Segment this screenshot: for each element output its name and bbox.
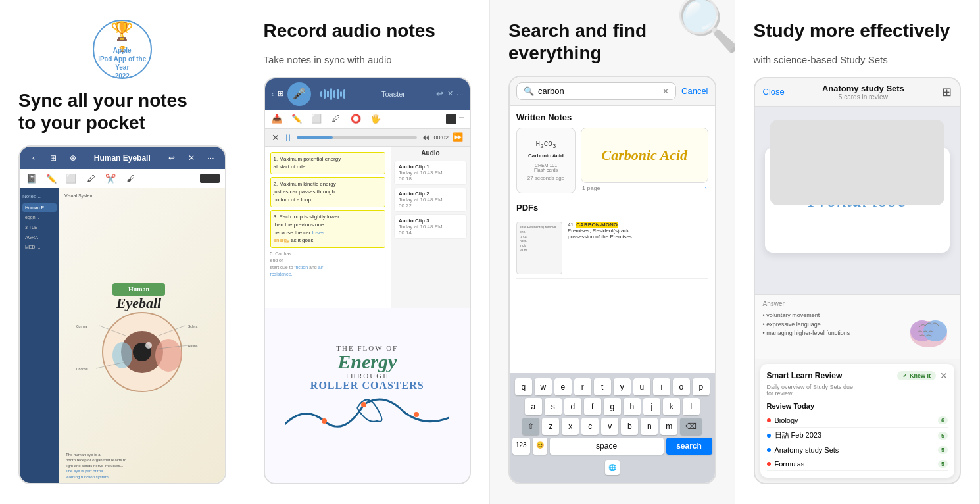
sidebar-item-4[interactable]: MEDI... [22,243,57,251]
key-z[interactable]: z [542,418,559,435]
key-x[interactable]: x [562,418,579,435]
undo-btn[interactable]: ↩ [436,89,443,99]
pen-icon: ✏️ [45,172,58,185]
review-item-formulas[interactable]: Formulas 5 [767,457,948,471]
key-y[interactable]: y [614,378,631,395]
key-d[interactable]: d [564,398,581,415]
key-i[interactable]: i [653,378,670,395]
notes-area: 1. Maximum potential energyat start of r… [265,147,391,309]
speed-btn[interactable]: ⏩ [453,132,463,142]
search-results: Written Notes H2CO3 Carbonic Acid CHEM 1… [510,106,715,373]
key-backspace[interactable]: ⌫ [680,418,702,435]
audio-waveform [315,88,351,100]
audio-clip-3[interactable]: Audio Clip 3 Today at 10:48 PM 00:14 [394,214,467,239]
key-h[interactable]: h [624,398,641,415]
phone-mockup-1: ‹ ⊞ ⊕ Human Eyeball ↩ ✕ ··· 📓 ✏️ ⬜ 🖊 ✂️ … [18,145,226,484]
nb-sidebar: Noteb... Human E... eggn... 3 TLE AGRA M… [20,188,59,483]
biology-dot [767,418,771,422]
sidebar-item-3[interactable]: AGRA [22,233,57,241]
key-k[interactable]: k [663,398,680,415]
chem-note-card[interactable]: H2CO3 Carbonic Acid CHEM 101Flash cards … [516,128,576,193]
key-w[interactable]: w [535,378,552,395]
carbonic-acid-card[interactable]: Carbonic Acid 1 page › [581,128,708,193]
review-item-japanese[interactable]: 日語 Feb 2023 5 [767,428,948,443]
progress-bar[interactable] [297,136,418,139]
key-search[interactable]: search [666,438,712,455]
eyeball-description: The human eye is a photo receptor organ … [66,452,218,480]
chem-note-name: CHEM 101Flash cards [534,163,558,172]
play-pause-btn[interactable]: ⏸ [283,132,293,143]
pdf-thumbnail: shall Resident(s) remove one. ty ca ncer… [516,222,562,274]
panel4-heading: Study more effectively [754,20,962,42]
anatomy-count: 5 [938,446,948,454]
biology-label: Biology [775,416,798,424]
rewind-btn[interactable]: ⏮ [421,132,429,142]
answer-label: Answer [763,300,952,307]
nb-toolbar: ‹ ⊞ ⊕ Human Eyeball ↩ ✕ ··· [20,147,225,169]
formulas-dot [767,462,771,466]
key-v[interactable]: v [601,418,618,435]
close-btn[interactable]: ✕ [447,89,453,98]
smart-review-header: Smart Learn Review ✓ Knew It ✕ [767,370,948,381]
roller-coasters-text: ROLLER COASTERS [285,380,449,391]
time-display: 00:02 [433,134,449,141]
energy-through: THROUGH [285,372,449,380]
key-f[interactable]: f [584,398,601,415]
back-btn[interactable]: ‹ [272,90,274,98]
key-t[interactable]: t [594,378,611,395]
pdf-result-1[interactable]: shall Resident(s) remove one. ty ca ncer… [516,218,708,279]
key-b[interactable]: b [621,418,638,435]
key-q[interactable]: q [515,378,532,395]
key-s[interactable]: s [545,398,562,415]
key-j[interactable]: j [643,398,660,415]
key-o[interactable]: o [673,378,690,395]
key-r[interactable]: r [574,378,591,395]
review-item-anatomy[interactable]: Anatomy study Sets 5 [767,443,948,457]
panel1-heading: Sync all your notesto your pocket [18,89,226,134]
audio-clip-1[interactable]: Audio Clip 1 Today at 10:43 PM 00:18 [394,161,467,185]
close-button[interactable]: Close [763,87,785,97]
energy-main-text: Energy [285,352,449,372]
key-globe[interactable]: 🌐 [605,460,620,475]
key-emoji[interactable]: 😊 [533,438,547,455]
panel-study: Study more effectively with science-base… [735,0,981,504]
key-c[interactable]: c [581,418,599,435]
key-l[interactable]: l [683,398,700,415]
close-record-btn[interactable]: ✕ [272,132,280,143]
award-laurel-icon: 🏆 [110,18,134,44]
key-123[interactable]: 123 [512,438,530,455]
audio-sub-toolbar: 📥 ✏️ ⬜ 🖊 ⭕ 🖐 — [265,110,470,129]
key-g[interactable]: g [604,398,621,415]
mic-button[interactable]: 🎤 [287,82,311,106]
search-mockup: 🔍 carbon ✕ Cancel Written Notes H2CO3 Ca… [508,76,716,484]
note-age: 27 seconds ago [527,175,565,181]
search-input-box[interactable]: 🔍 carbon ✕ [516,82,676,100]
key-p[interactable]: p [693,378,710,395]
sidebar-item-2[interactable]: 3 TLE [22,223,57,232]
svg-point-6 [145,342,152,349]
anatomy-dot [767,448,771,452]
audio-clip-2[interactable]: Audio Clip 2 Today at 10:48 PM 00:22 [394,188,467,212]
pen-icon: ✏️ [290,113,303,126]
biology-count: 6 [938,416,948,424]
layout-icon[interactable]: ⊞ [942,85,952,99]
key-a[interactable]: a [525,398,542,415]
key-u[interactable]: u [633,378,650,395]
clear-search-icon[interactable]: ✕ [662,87,669,96]
review-item-biology[interactable]: Biology 6 [767,414,948,428]
add-icon: ⊕ [66,151,80,165]
sidebar-item-eyeball[interactable]: Human E... [22,203,57,212]
japanese-dot [767,434,771,438]
key-n[interactable]: n [641,418,658,435]
keyboard-section: q w e r t y u i o p a s d f g h j k [510,373,715,483]
sidebar-item-1[interactable]: eggn... [22,213,57,222]
more-btn[interactable]: ··· [457,90,463,98]
cancel-button[interactable]: Cancel [681,86,708,96]
key-shift[interactable]: ⇧ [522,418,539,435]
key-space[interactable]: space [550,438,664,455]
key-e[interactable]: e [554,378,572,395]
svg-text:Eyeball: Eyeball [116,295,162,311]
close-review-icon[interactable]: ✕ [940,370,948,381]
grid-btn[interactable]: ⊞ [278,89,283,98]
key-m[interactable]: m [660,418,677,435]
